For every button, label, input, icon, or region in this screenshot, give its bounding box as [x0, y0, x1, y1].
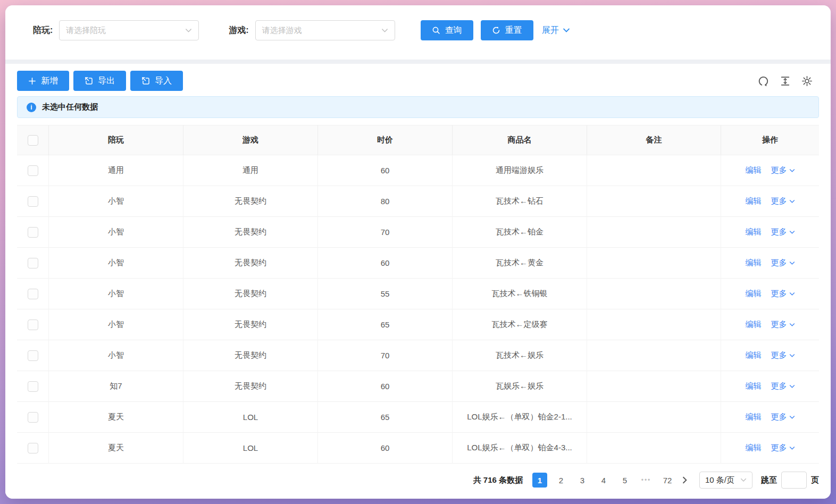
edit-link[interactable]: 编辑: [746, 350, 762, 360]
settings-gear-icon[interactable]: [801, 75, 813, 87]
next-page-icon[interactable]: [680, 476, 690, 484]
more-link[interactable]: 更多: [771, 165, 795, 175]
edit-link[interactable]: 编辑: [746, 381, 762, 391]
search-button[interactable]: 查询: [421, 20, 473, 40]
column-height-icon[interactable]: [780, 75, 791, 87]
table-body: 通用 通用 60 通用端游娱乐 编辑 更多 小智 无畏契约 80 瓦技术←钻石 …: [17, 155, 819, 464]
import-button[interactable]: 导入: [130, 71, 183, 91]
filter-item-game: 游戏: 请选择游戏: [229, 20, 395, 40]
row-checkbox[interactable]: [28, 320, 38, 330]
row-checkbox[interactable]: [28, 381, 38, 392]
page-button-72[interactable]: 72: [660, 473, 675, 488]
cell-game: LOL: [183, 402, 318, 433]
cell-actions: 编辑 更多: [721, 248, 819, 279]
jump-page-input[interactable]: [781, 472, 807, 489]
row-checkbox[interactable]: [28, 289, 38, 299]
more-link-label: 更多: [771, 196, 787, 206]
peiwan-select[interactable]: 请选择陪玩: [59, 20, 199, 40]
page-button-3[interactable]: 3: [575, 473, 590, 488]
cell-product: LOL娱乐←（单双）铂金2-1...: [453, 402, 587, 433]
page-suffix-label: 页: [811, 475, 819, 485]
edit-link[interactable]: 编辑: [746, 289, 762, 299]
cell-actions: 编辑 更多: [721, 371, 819, 402]
filter-actions: 查询 重置 展开: [421, 20, 570, 40]
add-button[interactable]: 新增: [17, 71, 69, 91]
table-toolbar: 新增 导出 导入: [17, 71, 819, 91]
select-all-checkbox[interactable]: [28, 135, 38, 146]
more-link[interactable]: 更多: [771, 196, 795, 206]
cell-price: 65: [318, 402, 453, 433]
row-select-cell: [17, 433, 49, 464]
cell-price: 80: [318, 186, 453, 217]
cell-note: [587, 309, 721, 340]
cell-actions: 编辑 更多: [721, 309, 819, 340]
edit-link[interactable]: 编辑: [746, 320, 762, 330]
chevron-down-icon: [185, 28, 192, 33]
row-checkbox[interactable]: [28, 196, 38, 207]
alert-message: 未选中任何数据: [42, 102, 98, 112]
more-link[interactable]: 更多: [771, 227, 795, 237]
expand-toggle[interactable]: 展开: [542, 25, 570, 36]
toolbar-buttons: 新增 导出 导入: [17, 71, 183, 91]
page-button-2[interactable]: 2: [554, 473, 569, 488]
more-link[interactable]: 更多: [771, 350, 795, 360]
toolbar-icon-group: [758, 75, 819, 87]
table-row: 小智 无畏契约 60 瓦技术←黄金 编辑 更多: [17, 248, 819, 279]
pagination-pages: 12345•••72: [532, 473, 675, 488]
edit-link[interactable]: 编辑: [746, 196, 762, 206]
page-button-1[interactable]: 1: [532, 473, 547, 488]
table-header: 陪玩 游戏 时价 商品名 备注 操作: [17, 125, 819, 155]
edit-link[interactable]: 编辑: [746, 227, 762, 237]
pagination-ellipsis[interactable]: •••: [639, 473, 654, 488]
more-link[interactable]: 更多: [771, 320, 795, 330]
cell-note: [587, 248, 721, 279]
row-checkbox[interactable]: [28, 165, 38, 176]
more-link[interactable]: 更多: [771, 412, 795, 422]
cell-price: 60: [318, 433, 453, 464]
page-button-4[interactable]: 4: [596, 473, 611, 488]
table-row: 小智 无畏契约 65 瓦技术←定级赛 编辑 更多: [17, 309, 819, 340]
table-row: 小智 无畏契约 55 瓦技术←铁铜银 编辑 更多: [17, 279, 819, 309]
reset-button[interactable]: 重置: [481, 20, 533, 40]
cell-peiwan: 知7: [49, 371, 183, 402]
table-row: 知7 无畏契约 60 瓦娱乐←娱乐 编辑 更多: [17, 371, 819, 402]
row-checkbox[interactable]: [28, 412, 38, 423]
edit-link[interactable]: 编辑: [746, 165, 762, 175]
export-icon: [85, 77, 93, 85]
row-select-cell: [17, 309, 49, 340]
app-window: 陪玩: 请选择陪玩 游戏: 请选择游戏: [5, 5, 831, 499]
pagination: 共 716 条数据 12345•••72 10 条/页 跳至 页: [17, 464, 819, 498]
row-checkbox[interactable]: [28, 227, 38, 238]
cell-game: 无畏契约: [183, 248, 318, 279]
more-link[interactable]: 更多: [771, 381, 795, 391]
export-button[interactable]: 导出: [73, 71, 126, 91]
page-button-5[interactable]: 5: [617, 473, 632, 488]
edit-link[interactable]: 编辑: [746, 443, 762, 453]
column-header-peiwan: 陪玩: [49, 125, 183, 155]
refresh-icon[interactable]: [758, 75, 769, 87]
row-checkbox[interactable]: [28, 258, 38, 268]
cell-product: 瓦技术←铂金: [453, 217, 587, 248]
page-size-select[interactable]: 10 条/页: [699, 472, 753, 489]
table-panel: 新增 导出 导入: [5, 64, 831, 499]
cell-note: [587, 371, 721, 402]
more-link[interactable]: 更多: [771, 258, 795, 268]
selection-alert: i 未选中任何数据: [17, 96, 819, 118]
cell-note: [587, 433, 721, 464]
cell-price: 55: [318, 279, 453, 309]
edit-link[interactable]: 编辑: [746, 258, 762, 268]
more-link-label: 更多: [771, 258, 787, 268]
row-checkbox[interactable]: [28, 443, 38, 453]
row-checkbox[interactable]: [28, 350, 38, 361]
chevron-down-icon: [789, 261, 795, 265]
column-header-product: 商品名: [453, 125, 587, 155]
edit-link[interactable]: 编辑: [746, 412, 762, 422]
more-link[interactable]: 更多: [771, 289, 795, 299]
plus-icon: [28, 77, 36, 85]
more-link[interactable]: 更多: [771, 443, 795, 453]
chevron-down-icon: [381, 28, 388, 33]
game-select[interactable]: 请选择游戏: [255, 20, 395, 40]
cell-actions: 编辑 更多: [721, 217, 819, 248]
cell-game: 无畏契约: [183, 371, 318, 402]
filter-panel: 陪玩: 请选择陪玩 游戏: 请选择游戏: [5, 5, 831, 60]
